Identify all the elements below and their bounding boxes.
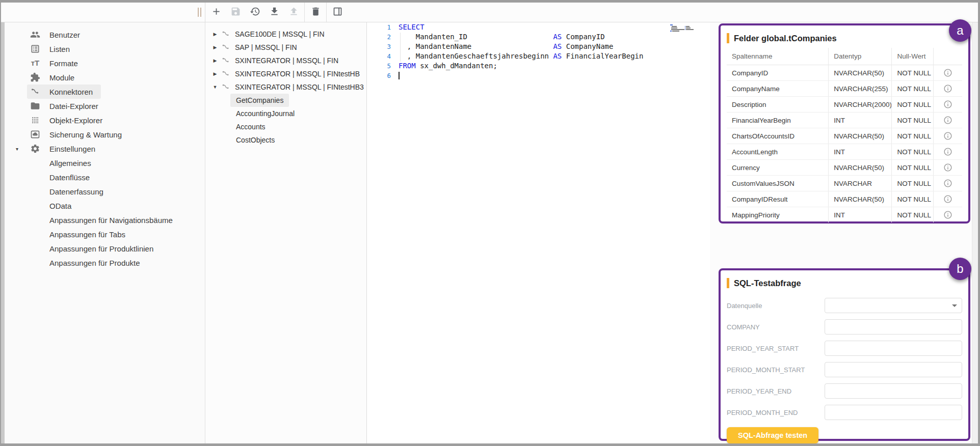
sidebar-item-einstellungen[interactable]: ▾Einstellungen [27, 142, 103, 156]
sql-editor[interactable]: 1SELECT2 Mandanten_ID AS CompanyID3 , Ma… [367, 22, 710, 443]
sidebar-subitem-allgemeines[interactable]: Allgemeines [46, 156, 98, 170]
download-button[interactable] [264, 3, 284, 22]
table-row: CompanyIDResultNVARCHAR(50)NOT NULL [727, 191, 962, 207]
sql-test-panel: b SQL-Testabfrage DatenquelleCOMPANYPERI… [719, 268, 970, 441]
cell-type: NVARCHAR(50) [829, 65, 892, 81]
delete-button[interactable] [306, 3, 325, 22]
cell-type: NVARCHAR(2000) [829, 97, 892, 113]
tree-connector-sxintegrator-mssql-fin[interactable]: ▶SXINTEGRATOR | MSSQL | FIN [206, 54, 366, 67]
minimap-line [670, 26, 707, 27]
sidebar-subitem-anpassungen-f-r-tabs[interactable]: Anpassungen für Tabs [46, 227, 133, 241]
tree-connector-sxintegrator-mssql-fintesthb[interactable]: ▶SXINTEGRATOR | MSSQL | FINtestHB [206, 67, 366, 80]
info-icon[interactable] [943, 69, 952, 76]
cell-info [934, 144, 962, 160]
annotation-badge-a: a [949, 19, 971, 42]
trash-icon [310, 6, 321, 18]
sidebar-item-listen[interactable]: Listen [27, 42, 78, 56]
toolbar-divider [304, 3, 305, 22]
sidebar-item-label: Listen [49, 45, 70, 53]
puzzle-icon [30, 72, 40, 82]
sidebar-item-formate[interactable]: тTFormate [27, 56, 86, 70]
line-number: 2 [367, 32, 399, 42]
sidebar-subitem-odata[interactable]: OData [46, 199, 78, 213]
tree-query-costobjects[interactable]: CostObjects [230, 133, 280, 147]
table-row: DescriptionNVARCHAR(2000)NOT NULL [727, 97, 962, 113]
sidebar-subitem-anpassungen-f-r-produktlinien[interactable]: Anpassungen für Produktlinien [46, 241, 161, 256]
connector-icon [221, 82, 230, 92]
cell-nullability: NOT NULL [892, 191, 934, 207]
sidebar-item-label: Einstellungen [49, 145, 95, 153]
info-icon[interactable] [943, 100, 952, 108]
accent-bar [727, 278, 729, 288]
toggle-panel-button[interactable] [328, 3, 347, 22]
folder-icon [30, 101, 40, 111]
chevron-down-icon[interactable]: ▼ [211, 85, 219, 90]
info-icon[interactable] [943, 179, 952, 187]
column-header-info [934, 48, 962, 65]
field-label-period-year-start: PERIOD_YEAR_START [727, 345, 825, 352]
sidebar-subitem-datenfl-sse[interactable]: Datenflüsse [46, 170, 97, 184]
input-period-month-start[interactable] [825, 362, 962, 377]
cell-info [934, 176, 962, 191]
backup-icon [30, 129, 40, 140]
cell-name: MappingPriority [727, 207, 829, 223]
sidebar-item-sicherung-wartung[interactable]: Sicherung & Wartung [27, 127, 130, 142]
chevron-right-icon[interactable]: ▶ [211, 58, 219, 63]
tree-connector-sage100de-mssql-fin[interactable]: ▶SAGE100DE | MSSQL | FIN [206, 27, 366, 41]
right-scrollbar[interactable] [972, 22, 978, 443]
code-line-3: 3 , MandantenName AS CompanyName [367, 42, 710, 51]
sidebar-item-module[interactable]: Module [27, 70, 83, 85]
text-cursor [399, 72, 400, 79]
tree-query-accounts[interactable]: Accounts [230, 120, 271, 133]
sidebar-item-benutzer[interactable]: Benutzer [27, 27, 88, 42]
connector-icon [221, 56, 230, 65]
input-company[interactable] [825, 319, 962, 334]
sidebar-item-objekt-explorer[interactable]: Objekt-Explorer [27, 113, 111, 127]
connector-icon [221, 69, 230, 78]
format-size-icon: тT [30, 58, 40, 68]
chevron-right-icon[interactable]: ▶ [211, 71, 219, 76]
select-datenquelle[interactable] [825, 298, 962, 313]
tree-connector-sxintegrator-mssql-fintesthb3[interactable]: ▼SXINTEGRATOR | MSSQL | FINtestHB3 [206, 80, 366, 94]
info-icon[interactable] [943, 132, 952, 140]
chevron-right-icon[interactable]: ▶ [211, 32, 219, 37]
cell-type: NVARCHAR(255) [829, 81, 892, 97]
sidebar-subitem-anpassungen-f-r-navigationsb-ume[interactable]: Anpassungen für Navigationsbäume [46, 213, 180, 227]
accent-bar [727, 33, 729, 43]
tree-connector-sap-mssql-fin[interactable]: ▶SAP | MSSQL | FIN [206, 41, 366, 54]
left-scrollbar[interactable] [1, 22, 5, 443]
cell-nullability: NOT NULL [892, 207, 934, 223]
table-row: CompanyNameNVARCHAR(255)NOT NULL [727, 81, 962, 97]
add-button[interactable] [206, 3, 226, 22]
table-row: FinancialYearBeginINTNOT NULL [727, 113, 962, 128]
fields-table-header-row: SpaltennameDatentypNull-Wert [727, 48, 962, 65]
tree-query-accountingjournal[interactable]: AccountingJournal [230, 107, 300, 120]
info-icon[interactable] [943, 211, 952, 218]
sidebar-subitem-datenerfassung[interactable]: Datenerfassung [46, 184, 111, 199]
info-icon[interactable] [943, 85, 952, 92]
input-period-year-start[interactable] [825, 341, 962, 356]
sidebar-item-datei-explorer[interactable]: Datei-Explorer [27, 99, 107, 113]
run-sql-test-button[interactable]: SQL-Abfrage testen [727, 427, 818, 443]
line-number: 5 [367, 61, 399, 71]
info-icon[interactable] [943, 163, 952, 171]
cell-nullability: NOT NULL [892, 97, 934, 113]
chevron-right-icon[interactable]: ▶ [211, 45, 219, 50]
input-period-month-end[interactable] [825, 405, 962, 420]
sidebar-subitem-anpassungen-f-r-produkte[interactable]: Anpassungen für Produkte [46, 256, 147, 270]
info-icon[interactable] [943, 195, 952, 203]
sidebar-splitter-handle[interactable] [198, 8, 202, 17]
restore-button[interactable] [245, 3, 264, 22]
sidebar-item-label: Datei-Explorer [49, 102, 98, 110]
code-line-5: 5FROM sx_dwh_dMandanten; [367, 61, 710, 71]
fields-panel: a Felder global.tCompanies SpaltennameDa… [719, 23, 970, 224]
tree-query-getcompanies[interactable]: GetCompanies [230, 94, 289, 107]
cell-type: NVARCHAR(50) [829, 160, 892, 176]
input-period-year-end[interactable] [825, 383, 962, 399]
fields-panel-header: Felder global.tCompanies [727, 32, 962, 45]
info-icon[interactable] [943, 148, 952, 155]
info-icon[interactable] [943, 116, 952, 124]
sidebar-item-konnektoren[interactable]: Konnektoren [27, 85, 101, 99]
code-line-2: 2 Mandanten_ID AS CompanyID [367, 32, 710, 42]
chevron-down-icon[interactable]: ▾ [16, 146, 18, 152]
